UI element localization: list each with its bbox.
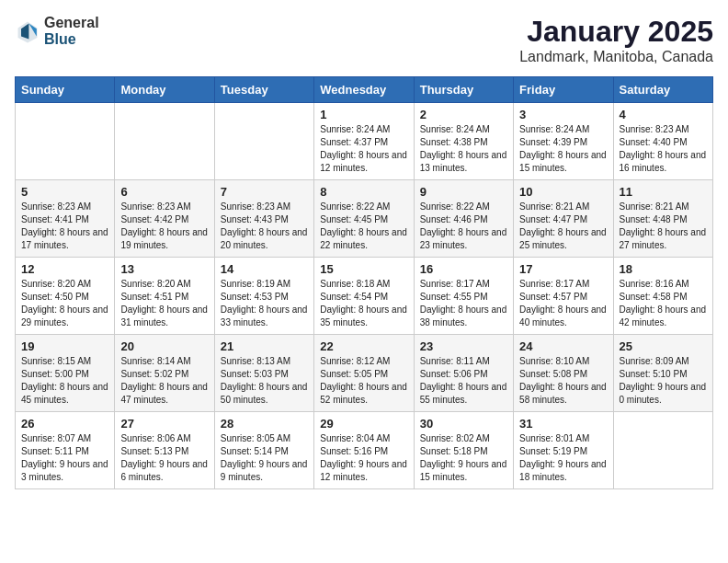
calendar-week-row: 26Sunrise: 8:07 AMSunset: 5:11 PMDayligh… (16, 412, 713, 489)
calendar-cell: 14Sunrise: 8:19 AMSunset: 4:53 PMDayligh… (214, 258, 313, 335)
calendar-cell (613, 412, 712, 489)
calendar-cell (16, 103, 115, 180)
calendar-cell: 17Sunrise: 8:17 AMSunset: 4:57 PMDayligh… (514, 258, 613, 335)
calendar-cell: 16Sunrise: 8:17 AMSunset: 4:55 PMDayligh… (414, 258, 513, 335)
day-info: Sunrise: 8:06 AMSunset: 5:13 PMDaylight:… (120, 432, 208, 484)
day-number: 8 (320, 185, 407, 199)
day-info: Sunrise: 8:23 AMSunset: 4:40 PMDaylight:… (620, 123, 707, 175)
calendar-cell: 18Sunrise: 8:16 AMSunset: 4:58 PMDayligh… (613, 258, 712, 335)
day-number: 7 (221, 185, 308, 199)
day-number: 22 (320, 339, 407, 353)
calendar-cell: 4Sunrise: 8:23 AMSunset: 4:40 PMDaylight… (613, 103, 712, 180)
day-info: Sunrise: 8:05 AMSunset: 5:14 PMDaylight:… (221, 432, 308, 484)
day-info: Sunrise: 8:12 AMSunset: 5:05 PMDaylight:… (320, 355, 407, 407)
calendar-cell: 27Sunrise: 8:06 AMSunset: 5:13 PMDayligh… (115, 412, 214, 489)
day-info: Sunrise: 8:20 AMSunset: 4:50 PMDaylight:… (21, 278, 108, 329)
day-info: Sunrise: 8:18 AMSunset: 4:54 PMDaylight:… (320, 278, 407, 329)
calendar-cell: 7Sunrise: 8:23 AMSunset: 4:43 PMDaylight… (214, 180, 313, 258)
day-info: Sunrise: 8:24 AMSunset: 4:37 PMDaylight:… (320, 123, 407, 175)
day-info: Sunrise: 8:17 AMSunset: 4:57 PMDaylight:… (519, 278, 607, 329)
day-number: 14 (221, 262, 308, 276)
day-info: Sunrise: 8:20 AMSunset: 4:51 PMDaylight:… (120, 278, 208, 329)
calendar-cell: 25Sunrise: 8:09 AMSunset: 5:10 PMDayligh… (613, 335, 712, 412)
day-number: 31 (519, 417, 607, 431)
logo-general-text: General (44, 15, 99, 31)
day-number: 24 (519, 339, 607, 353)
calendar-cell: 30Sunrise: 8:02 AMSunset: 5:18 PMDayligh… (414, 412, 513, 489)
day-info: Sunrise: 8:21 AMSunset: 4:47 PMDaylight:… (519, 201, 607, 252)
day-info: Sunrise: 8:22 AMSunset: 4:46 PMDaylight:… (420, 201, 507, 252)
calendar-cell: 28Sunrise: 8:05 AMSunset: 5:14 PMDayligh… (214, 412, 313, 489)
calendar-cell: 2Sunrise: 8:24 AMSunset: 4:38 PMDaylight… (414, 103, 513, 180)
calendar-cell: 8Sunrise: 8:22 AMSunset: 4:45 PMDaylight… (314, 180, 414, 258)
day-info: Sunrise: 8:16 AMSunset: 4:58 PMDaylight:… (620, 278, 707, 329)
calendar-cell: 15Sunrise: 8:18 AMSunset: 4:54 PMDayligh… (314, 258, 414, 335)
day-info: Sunrise: 8:10 AMSunset: 5:08 PMDaylight:… (519, 355, 607, 407)
day-info: Sunrise: 8:17 AMSunset: 4:55 PMDaylight:… (420, 278, 507, 329)
calendar-cell: 29Sunrise: 8:04 AMSunset: 5:16 PMDayligh… (314, 412, 414, 489)
day-number: 3 (519, 108, 607, 121)
calendar-week-row: 5Sunrise: 8:23 AMSunset: 4:41 PMDaylight… (16, 180, 713, 258)
calendar-week-row: 12Sunrise: 8:20 AMSunset: 4:50 PMDayligh… (16, 258, 713, 335)
calendar-cell: 21Sunrise: 8:13 AMSunset: 5:03 PMDayligh… (214, 335, 313, 412)
day-info: Sunrise: 8:21 AMSunset: 4:48 PMDaylight:… (620, 201, 707, 252)
day-number: 4 (620, 108, 707, 121)
day-number: 15 (320, 262, 407, 276)
day-number: 10 (519, 185, 607, 199)
day-number: 9 (420, 185, 507, 199)
day-info: Sunrise: 8:07 AMSunset: 5:11 PMDaylight:… (21, 432, 108, 484)
day-info: Sunrise: 8:19 AMSunset: 4:53 PMDaylight:… (221, 278, 308, 329)
day-number: 18 (620, 262, 707, 276)
calendar-cell: 11Sunrise: 8:21 AMSunset: 4:48 PMDayligh… (613, 180, 712, 258)
column-header-friday: Friday (514, 77, 613, 103)
calendar-cell: 26Sunrise: 8:07 AMSunset: 5:11 PMDayligh… (16, 412, 115, 489)
day-info: Sunrise: 8:15 AMSunset: 5:00 PMDaylight:… (21, 355, 108, 407)
calendar-header-row: SundayMondayTuesdayWednesdayThursdayFrid… (16, 77, 713, 103)
day-number: 13 (120, 262, 208, 276)
day-info: Sunrise: 8:23 AMSunset: 4:43 PMDaylight:… (221, 201, 308, 252)
day-number: 21 (221, 339, 308, 353)
day-number: 28 (221, 417, 308, 431)
calendar-cell: 20Sunrise: 8:14 AMSunset: 5:02 PMDayligh… (115, 335, 214, 412)
calendar-cell (115, 103, 214, 180)
calendar-cell: 19Sunrise: 8:15 AMSunset: 5:00 PMDayligh… (16, 335, 115, 412)
day-number: 5 (21, 185, 108, 199)
day-number: 19 (21, 339, 108, 353)
calendar-cell: 6Sunrise: 8:23 AMSunset: 4:42 PMDaylight… (115, 180, 214, 258)
day-number: 11 (620, 185, 707, 199)
column-header-sunday: Sunday (16, 77, 115, 103)
day-info: Sunrise: 8:23 AMSunset: 4:41 PMDaylight:… (21, 201, 108, 252)
calendar-cell: 10Sunrise: 8:21 AMSunset: 4:47 PMDayligh… (514, 180, 613, 258)
day-number: 17 (519, 262, 607, 276)
calendar-cell: 1Sunrise: 8:24 AMSunset: 4:37 PMDaylight… (314, 103, 414, 180)
day-info: Sunrise: 8:14 AMSunset: 5:02 PMDaylight:… (120, 355, 208, 407)
calendar-table: SundayMondayTuesdayWednesdayThursdayFrid… (15, 76, 713, 489)
calendar-cell: 12Sunrise: 8:20 AMSunset: 4:50 PMDayligh… (16, 258, 115, 335)
calendar-cell: 9Sunrise: 8:22 AMSunset: 4:46 PMDaylight… (414, 180, 513, 258)
day-number: 29 (320, 417, 407, 431)
calendar-cell: 22Sunrise: 8:12 AMSunset: 5:05 PMDayligh… (314, 335, 414, 412)
day-info: Sunrise: 8:11 AMSunset: 5:06 PMDaylight:… (420, 355, 507, 407)
calendar-week-row: 19Sunrise: 8:15 AMSunset: 5:00 PMDayligh… (16, 335, 713, 412)
day-info: Sunrise: 8:02 AMSunset: 5:18 PMDaylight:… (420, 432, 507, 484)
day-number: 30 (420, 417, 507, 431)
day-info: Sunrise: 8:24 AMSunset: 4:39 PMDaylight:… (519, 123, 607, 175)
calendar-cell: 31Sunrise: 8:01 AMSunset: 5:19 PMDayligh… (514, 412, 613, 489)
day-number: 20 (120, 339, 208, 353)
column-header-wednesday: Wednesday (314, 77, 414, 103)
calendar-cell: 3Sunrise: 8:24 AMSunset: 4:39 PMDaylight… (514, 103, 613, 180)
calendar-week-row: 1Sunrise: 8:24 AMSunset: 4:37 PMDaylight… (16, 103, 713, 180)
day-info: Sunrise: 8:22 AMSunset: 4:45 PMDaylight:… (320, 201, 407, 252)
calendar-cell (214, 103, 313, 180)
location-title: Landmark, Manitoba, Canada (519, 49, 713, 65)
logo-blue-text: Blue (44, 31, 99, 48)
calendar-cell: 13Sunrise: 8:20 AMSunset: 4:51 PMDayligh… (115, 258, 214, 335)
column-header-thursday: Thursday (414, 77, 513, 103)
day-number: 26 (21, 417, 108, 431)
month-title: January 2025 (519, 15, 713, 49)
day-number: 16 (420, 262, 507, 276)
day-number: 12 (21, 262, 108, 276)
calendar-cell: 24Sunrise: 8:10 AMSunset: 5:08 PMDayligh… (514, 335, 613, 412)
column-header-saturday: Saturday (613, 77, 712, 103)
day-number: 6 (120, 185, 208, 199)
